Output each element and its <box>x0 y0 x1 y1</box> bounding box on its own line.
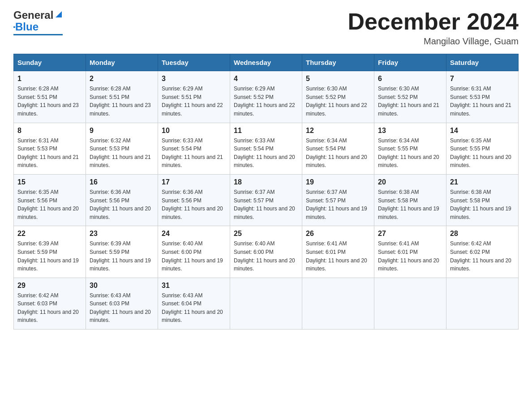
day-info: Sunrise: 6:41 AMSunset: 6:01 PMDaylight:… <box>306 240 370 273</box>
day-info: Sunrise: 6:42 AMSunset: 6:02 PMDaylight:… <box>450 240 515 273</box>
header-friday: Friday <box>374 54 446 71</box>
logo-blue-text: Blue <box>15 21 39 33</box>
day-number: 3 <box>162 75 226 83</box>
table-row: 3Sunrise: 6:29 AMSunset: 5:51 PMDaylight… <box>158 71 230 123</box>
table-row: 27Sunrise: 6:41 AMSunset: 6:01 PMDayligh… <box>374 226 446 278</box>
logo: General Blue <box>13 9 64 35</box>
day-info: Sunrise: 6:30 AMSunset: 5:52 PMDaylight:… <box>378 85 442 118</box>
day-info: Sunrise: 6:31 AMSunset: 5:53 PMDaylight:… <box>450 85 515 118</box>
table-row: 19Sunrise: 6:37 AMSunset: 5:57 PMDayligh… <box>302 174 374 226</box>
day-number: 26 <box>306 230 370 238</box>
calendar-title: December 2024 <box>348 9 519 34</box>
day-number: 27 <box>378 230 442 238</box>
day-info: Sunrise: 6:28 AMSunset: 5:51 PMDaylight:… <box>17 85 82 118</box>
day-number: 10 <box>162 127 226 135</box>
day-info: Sunrise: 6:34 AMSunset: 5:55 PMDaylight:… <box>378 137 442 170</box>
day-number: 14 <box>450 127 515 135</box>
table-row: 20Sunrise: 6:38 AMSunset: 5:58 PMDayligh… <box>374 174 446 226</box>
table-row: 12Sunrise: 6:34 AMSunset: 5:54 PMDayligh… <box>302 123 374 174</box>
day-number: 19 <box>306 178 370 186</box>
header-wednesday: Wednesday <box>230 54 302 71</box>
calendar-week-5: 29Sunrise: 6:42 AMSunset: 6:03 PMDayligh… <box>14 278 519 329</box>
table-row: 16Sunrise: 6:36 AMSunset: 5:56 PMDayligh… <box>86 174 158 226</box>
calendar-week-4: 22Sunrise: 6:39 AMSunset: 5:59 PMDayligh… <box>14 226 519 278</box>
table-row: 9Sunrise: 6:32 AMSunset: 5:53 PMDaylight… <box>86 123 158 174</box>
table-row <box>230 278 302 329</box>
header-sunday: Sunday <box>14 54 86 71</box>
day-number: 12 <box>306 127 370 135</box>
day-number: 6 <box>378 75 442 83</box>
table-row: 8Sunrise: 6:31 AMSunset: 5:53 PMDaylight… <box>14 123 86 174</box>
day-info: Sunrise: 6:39 AMSunset: 5:59 PMDaylight:… <box>90 240 154 273</box>
calendar-table: Sunday Monday Tuesday Wednesday Thursday… <box>13 54 519 330</box>
day-number: 20 <box>378 178 442 186</box>
day-number: 7 <box>450 75 515 83</box>
day-info: Sunrise: 6:35 AMSunset: 5:55 PMDaylight:… <box>450 137 515 170</box>
day-number: 2 <box>90 75 154 83</box>
day-number: 28 <box>450 230 515 238</box>
day-number: 11 <box>234 127 298 135</box>
table-row: 7Sunrise: 6:31 AMSunset: 5:53 PMDaylight… <box>446 71 519 123</box>
day-info: Sunrise: 6:37 AMSunset: 5:57 PMDaylight:… <box>306 188 370 221</box>
day-info: Sunrise: 6:29 AMSunset: 5:52 PMDaylight:… <box>234 85 298 118</box>
logo-general-text: General <box>13 9 53 21</box>
table-row: 11Sunrise: 6:33 AMSunset: 5:54 PMDayligh… <box>230 123 302 174</box>
table-row: 2Sunrise: 6:28 AMSunset: 5:51 PMDaylight… <box>86 71 158 123</box>
header-tuesday: Tuesday <box>158 54 230 71</box>
day-info: Sunrise: 6:43 AMSunset: 6:04 PMDaylight:… <box>162 291 226 325</box>
logo-triangle-icon <box>54 9 64 19</box>
table-row: 22Sunrise: 6:39 AMSunset: 5:59 PMDayligh… <box>14 226 86 278</box>
logo-underline <box>13 34 63 35</box>
table-row: 4Sunrise: 6:29 AMSunset: 5:52 PMDaylight… <box>230 71 302 123</box>
table-row: 31Sunrise: 6:43 AMSunset: 6:04 PMDayligh… <box>158 278 230 329</box>
calendar-week-1: 1Sunrise: 6:28 AMSunset: 5:51 PMDaylight… <box>14 71 519 123</box>
table-row: 13Sunrise: 6:34 AMSunset: 5:55 PMDayligh… <box>374 123 446 174</box>
table-row <box>374 278 446 329</box>
day-info: Sunrise: 6:28 AMSunset: 5:51 PMDaylight:… <box>90 85 154 118</box>
day-info: Sunrise: 6:40 AMSunset: 6:00 PMDaylight:… <box>234 240 298 273</box>
calendar-week-2: 8Sunrise: 6:31 AMSunset: 5:53 PMDaylight… <box>14 123 519 174</box>
page-header: General Blue December 2024 Mangilao Vill… <box>13 9 519 47</box>
day-info: Sunrise: 6:40 AMSunset: 6:00 PMDaylight:… <box>162 240 226 273</box>
table-row: 18Sunrise: 6:37 AMSunset: 5:57 PMDayligh… <box>230 174 302 226</box>
day-number: 31 <box>162 282 226 290</box>
table-row: 21Sunrise: 6:38 AMSunset: 5:58 PMDayligh… <box>446 174 519 226</box>
table-row <box>446 278 519 329</box>
day-number: 21 <box>450 178 515 186</box>
table-row: 30Sunrise: 6:43 AMSunset: 6:03 PMDayligh… <box>86 278 158 329</box>
day-number: 5 <box>306 75 370 83</box>
day-info: Sunrise: 6:33 AMSunset: 5:54 PMDaylight:… <box>234 137 298 170</box>
day-number: 22 <box>17 230 82 238</box>
svg-marker-0 <box>56 11 62 17</box>
day-number: 4 <box>234 75 298 83</box>
day-number: 8 <box>17 127 82 135</box>
day-number: 15 <box>17 178 82 186</box>
day-number: 13 <box>378 127 442 135</box>
day-info: Sunrise: 6:42 AMSunset: 6:03 PMDaylight:… <box>17 291 82 325</box>
calendar-week-3: 15Sunrise: 6:35 AMSunset: 5:56 PMDayligh… <box>14 174 519 226</box>
day-info: Sunrise: 6:38 AMSunset: 5:58 PMDaylight:… <box>378 188 442 221</box>
table-row: 17Sunrise: 6:36 AMSunset: 5:56 PMDayligh… <box>158 174 230 226</box>
calendar-subtitle: Mangilao Village, Guam <box>348 36 519 47</box>
table-row: 10Sunrise: 6:33 AMSunset: 5:54 PMDayligh… <box>158 123 230 174</box>
day-number: 25 <box>234 230 298 238</box>
header-monday: Monday <box>86 54 158 71</box>
day-info: Sunrise: 6:29 AMSunset: 5:51 PMDaylight:… <box>162 85 226 118</box>
calendar-header-row: Sunday Monday Tuesday Wednesday Thursday… <box>14 54 519 71</box>
day-number: 17 <box>162 178 226 186</box>
day-number: 1 <box>17 75 82 83</box>
day-info: Sunrise: 6:33 AMSunset: 5:54 PMDaylight:… <box>162 137 226 170</box>
table-row <box>302 278 374 329</box>
table-row: 29Sunrise: 6:42 AMSunset: 6:03 PMDayligh… <box>14 278 86 329</box>
day-info: Sunrise: 6:38 AMSunset: 5:58 PMDaylight:… <box>450 188 515 221</box>
day-number: 30 <box>90 282 154 290</box>
day-number: 24 <box>162 230 226 238</box>
day-info: Sunrise: 6:30 AMSunset: 5:52 PMDaylight:… <box>306 85 370 118</box>
table-row: 23Sunrise: 6:39 AMSunset: 5:59 PMDayligh… <box>86 226 158 278</box>
header-thursday: Thursday <box>302 54 374 71</box>
table-row: 14Sunrise: 6:35 AMSunset: 5:55 PMDayligh… <box>446 123 519 174</box>
day-info: Sunrise: 6:36 AMSunset: 5:56 PMDaylight:… <box>90 188 154 221</box>
table-row: 6Sunrise: 6:30 AMSunset: 5:52 PMDaylight… <box>374 71 446 123</box>
day-number: 29 <box>17 282 82 290</box>
day-info: Sunrise: 6:34 AMSunset: 5:54 PMDaylight:… <box>306 137 370 170</box>
